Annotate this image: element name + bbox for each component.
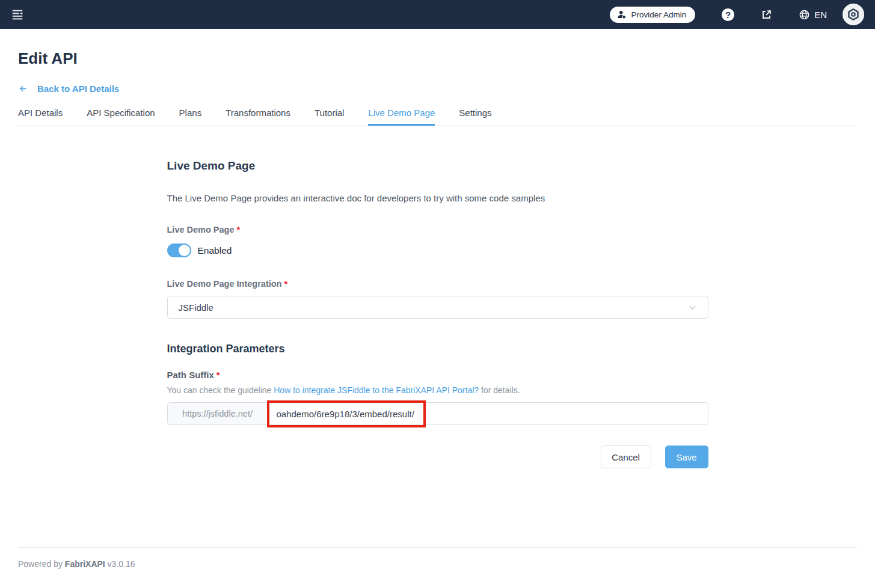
toggle-state-label: Enabled — [198, 245, 232, 256]
required-asterisk: * — [216, 370, 220, 380]
topbar: Provider Admin ? EN — [0, 0, 875, 29]
tab-tutorial[interactable]: Tutorial — [315, 108, 344, 126]
brand-name: FabriXAPI — [65, 559, 105, 569]
back-arrow-icon — [18, 84, 28, 93]
menu-fold-icon — [11, 8, 24, 21]
chevron-down-icon — [688, 303, 697, 312]
back-to-api-details-link[interactable]: Back to API Details — [18, 84, 119, 94]
live-demo-form: Live Demo Page The Live Demo Page provid… — [167, 159, 708, 468]
form-actions: Cancel Save — [167, 446, 708, 468]
path-suffix-input[interactable] — [268, 403, 708, 424]
help-icon: ? — [722, 8, 734, 21]
save-button[interactable]: Save — [665, 446, 708, 468]
tab-settings[interactable]: Settings — [459, 108, 491, 126]
globe-icon — [799, 9, 810, 20]
integration-selected-value: JSFiddle — [179, 302, 213, 313]
path-suffix-label: Path Suffix* — [167, 370, 708, 380]
menu-fold-button[interactable] — [8, 5, 26, 23]
tab-transformations[interactable]: Transformations — [226, 108, 290, 126]
open-portal-button[interactable] — [761, 9, 772, 20]
back-link-label: Back to API Details — [37, 84, 119, 94]
user-switch-icon — [617, 10, 627, 19]
help-button[interactable]: ? — [722, 8, 734, 21]
powered-by-text: Powered by — [18, 559, 65, 569]
live-demo-toggle-row: Enabled — [167, 243, 708, 257]
required-asterisk: * — [237, 225, 241, 234]
live-demo-toggle[interactable] — [167, 243, 191, 257]
url-prefix-addon: https://jsfiddle.net/ — [168, 403, 268, 424]
required-asterisk: * — [284, 279, 287, 289]
version-label: v3.0.16 — [105, 559, 135, 569]
tab-plans[interactable]: Plans — [179, 108, 202, 126]
provider-admin-button[interactable]: Provider Admin — [610, 7, 696, 23]
brand-logo-icon — [847, 8, 860, 21]
account-avatar[interactable] — [843, 4, 864, 25]
provider-admin-label: Provider Admin — [631, 10, 687, 19]
path-suffix-input-group: https://jsfiddle.net/ — [167, 402, 708, 425]
section-description: The Live Demo Page provides an interacti… — [167, 193, 708, 203]
section-title: Live Demo Page — [167, 159, 708, 173]
external-link-icon — [761, 9, 772, 20]
cancel-button[interactable]: Cancel — [601, 446, 651, 468]
language-label: EN — [814, 10, 827, 20]
guideline-link[interactable]: How to integrate JSFiddle to the FabriXA… — [274, 385, 479, 395]
toggle-knob — [179, 245, 190, 256]
live-demo-page-label: Live Demo Page* — [167, 225, 708, 234]
topbar-actions: Provider Admin ? EN — [610, 4, 864, 25]
tab-api-details[interactable]: API Details — [18, 108, 63, 126]
integration-select[interactable]: JSFiddle — [167, 296, 708, 319]
language-selector[interactable]: EN — [799, 9, 827, 20]
footer: Powered by FabriXAPI v3.0.16 — [18, 547, 857, 569]
path-suffix-hint: You can check the guideline How to integ… — [167, 385, 708, 395]
api-edit-tabs: API Details API Specification Plans Tran… — [18, 108, 857, 126]
integration-parameters-title: Integration Parameters — [167, 343, 708, 355]
tab-live-demo-page[interactable]: Live Demo Page — [368, 108, 435, 126]
integration-label: Live Demo Page Integration* — [167, 279, 708, 289]
tab-api-specification[interactable]: API Specification — [87, 108, 155, 126]
page-title: Edit API — [18, 49, 857, 68]
